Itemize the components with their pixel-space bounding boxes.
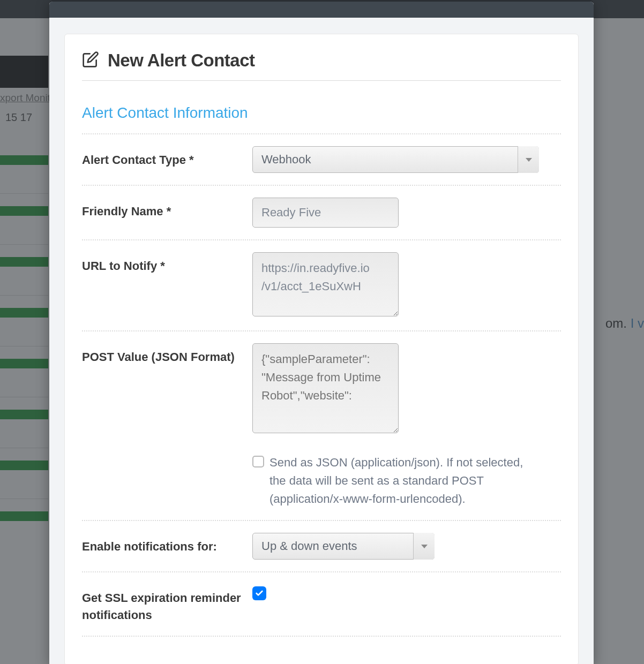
checkbox-send-json[interactable] (252, 456, 264, 467)
modal-title: New Alert Contact (108, 50, 254, 71)
modal-titlebar (49, 2, 594, 18)
input-friendly-name[interactable] (252, 198, 399, 228)
edit-icon (82, 51, 99, 70)
modal-title-row: New Alert Contact (82, 50, 561, 81)
row-url-notify: URL to Notify * (82, 239, 561, 330)
label-url-notify: URL to Notify * (82, 252, 252, 275)
row-alert-contact-type: Alert Contact Type * Webhook (82, 133, 561, 185)
row-friendly-name: Friendly Name * (82, 185, 561, 239)
send-json-helper-text: Send as JSON (application/json). If not … (269, 454, 542, 508)
row-post-value: POST Value (JSON Format) Send as JSON (a… (82, 330, 561, 520)
textarea-url-notify[interactable] (252, 252, 399, 316)
label-contact-type: Alert Contact Type * (82, 146, 252, 169)
send-json-row: Send as JSON (application/json). If not … (252, 454, 542, 508)
label-post-value: POST Value (JSON Format) (82, 343, 252, 366)
label-ssl-reminder: Get SSL expiration reminder notification… (82, 584, 252, 624)
select-enable-notifications[interactable]: Up & down events (252, 533, 435, 560)
label-friendly-name: Friendly Name * (82, 198, 252, 220)
check-icon (255, 589, 264, 598)
row-enable-notifications: Enable notifications for: Up & down even… (82, 520, 561, 571)
select-contact-type[interactable]: Webhook (252, 146, 539, 173)
label-enable-notifications: Enable notifications for: (82, 533, 252, 555)
section-title: Alert Contact Information (82, 104, 561, 122)
textarea-post-value[interactable] (252, 343, 399, 433)
new-alert-contact-modal: New Alert Contact Alert Contact Informat… (49, 0, 594, 664)
checkbox-ssl-reminder[interactable] (252, 586, 266, 600)
row-ssl-reminder: Get SSL expiration reminder notification… (82, 571, 561, 637)
select-contact-type-value[interactable]: Webhook (252, 146, 539, 173)
select-enable-notifications-value[interactable]: Up & down events (252, 533, 435, 560)
modal-body: New Alert Contact Alert Contact Informat… (64, 34, 579, 664)
